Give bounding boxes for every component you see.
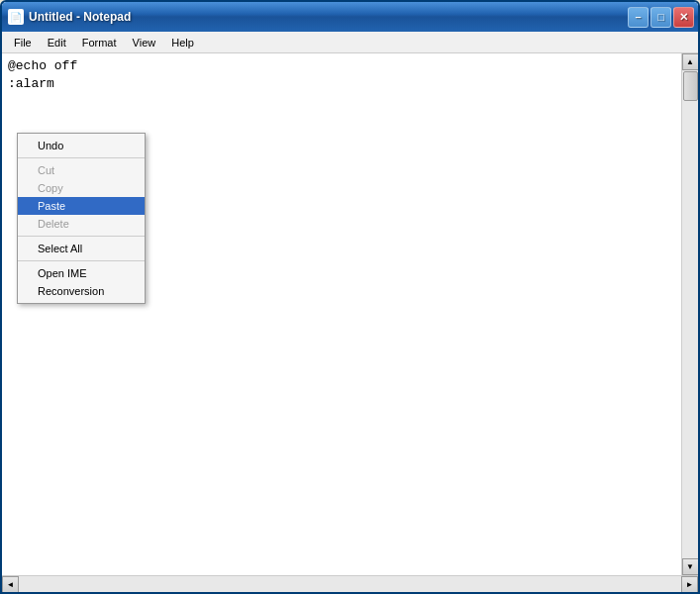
title-bar-left: 📄 Untitled - Notepad — [8, 9, 131, 25]
window-title: Untitled - Notepad — [29, 10, 131, 24]
scroll-thumb-v[interactable] — [683, 71, 698, 101]
context-menu: Undo Cut Copy Paste Delete Select All Op… — [17, 133, 146, 304]
ctx-delete: Delete — [18, 215, 145, 233]
menu-bar: File Edit Format View Help — [2, 32, 698, 53]
scroll-track-v[interactable] — [682, 70, 698, 558]
scroll-track-h[interactable] — [19, 576, 681, 592]
maximize-button[interactable]: □ — [650, 7, 671, 28]
scroll-up-arrow[interactable]: ▲ — [682, 53, 699, 70]
scroll-right-arrow[interactable]: ► — [681, 576, 698, 593]
ctx-undo[interactable]: Undo — [18, 137, 145, 154]
menu-view[interactable]: View — [125, 35, 164, 50]
scroll-left-arrow[interactable]: ◄ — [2, 576, 19, 593]
ctx-separator-1 — [18, 157, 145, 158]
ctx-cut: Cut — [18, 161, 145, 179]
ctx-separator-3 — [18, 260, 145, 261]
ctx-separator-2 — [18, 236, 145, 237]
ctx-open-ime[interactable]: Open IME — [18, 264, 145, 282]
notepad-window: 📄 Untitled - Notepad – □ ✕ File Edit For… — [0, 0, 700, 594]
ctx-copy: Copy — [18, 179, 145, 197]
ctx-paste[interactable]: Paste — [18, 197, 145, 215]
vertical-scrollbar: ▲ ▼ — [681, 53, 698, 575]
editor-container: @echo off :alarm ▲ ▼ Undo Cut Copy Paste… — [2, 53, 698, 575]
horizontal-scrollbar: ◄ ► — [2, 575, 698, 592]
title-bar-buttons: – □ ✕ — [628, 7, 694, 28]
close-button[interactable]: ✕ — [673, 7, 694, 28]
ctx-reconversion[interactable]: Reconversion — [18, 282, 145, 300]
menu-help[interactable]: Help — [163, 35, 202, 50]
app-icon: 📄 — [8, 9, 24, 25]
title-bar: 📄 Untitled - Notepad – □ ✕ — [2, 2, 698, 32]
ctx-select-all[interactable]: Select All — [18, 240, 145, 257]
minimize-button[interactable]: – — [628, 7, 649, 28]
scroll-down-arrow[interactable]: ▼ — [682, 558, 699, 575]
menu-format[interactable]: Format — [74, 35, 125, 50]
menu-edit[interactable]: Edit — [40, 35, 74, 50]
menu-file[interactable]: File — [6, 35, 40, 50]
